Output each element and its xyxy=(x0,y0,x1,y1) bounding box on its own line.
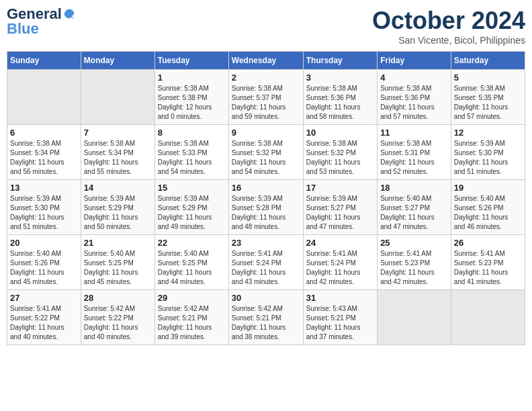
week-row-3: 13Sunrise: 5:39 AM Sunset: 5:30 PM Dayli… xyxy=(7,180,525,235)
day-number: 31 xyxy=(306,293,374,303)
day-info: Sunrise: 5:42 AM Sunset: 5:22 PM Dayligh… xyxy=(84,304,152,342)
calendar-cell: 6Sunrise: 5:38 AM Sunset: 5:34 PM Daylig… xyxy=(7,125,81,180)
day-number: 16 xyxy=(232,183,300,193)
day-info: Sunrise: 5:38 AM Sunset: 5:36 PM Dayligh… xyxy=(306,84,374,122)
day-info: Sunrise: 5:40 AM Sunset: 5:25 PM Dayligh… xyxy=(84,249,152,287)
day-info: Sunrise: 5:38 AM Sunset: 5:34 PM Dayligh… xyxy=(10,139,78,177)
day-number: 8 xyxy=(158,128,226,138)
day-number: 7 xyxy=(84,128,152,138)
calendar-cell: 7Sunrise: 5:38 AM Sunset: 5:34 PM Daylig… xyxy=(81,125,154,180)
logo-text-general: General xyxy=(7,7,62,21)
day-info: Sunrise: 5:41 AM Sunset: 5:22 PM Dayligh… xyxy=(10,304,78,342)
calendar-cell: 18Sunrise: 5:40 AM Sunset: 5:27 PM Dayli… xyxy=(378,180,451,235)
day-info: Sunrise: 5:39 AM Sunset: 5:29 PM Dayligh… xyxy=(158,194,226,232)
day-number: 27 xyxy=(10,293,78,303)
calendar-cell: 3Sunrise: 5:38 AM Sunset: 5:36 PM Daylig… xyxy=(303,70,377,125)
calendar-cell: 16Sunrise: 5:39 AM Sunset: 5:28 PM Dayli… xyxy=(228,180,303,235)
day-info: Sunrise: 5:38 AM Sunset: 5:33 PM Dayligh… xyxy=(158,139,226,177)
day-info: Sunrise: 5:38 AM Sunset: 5:32 PM Dayligh… xyxy=(232,139,300,177)
logo: General Blue xyxy=(7,7,75,36)
day-info: Sunrise: 5:39 AM Sunset: 5:30 PM Dayligh… xyxy=(10,194,78,232)
day-number: 20 xyxy=(10,238,78,248)
calendar-cell xyxy=(378,290,451,345)
weekday-header-tuesday: Tuesday xyxy=(154,52,228,70)
calendar-cell: 30Sunrise: 5:42 AM Sunset: 5:21 PM Dayli… xyxy=(228,290,303,345)
day-info: Sunrise: 5:41 AM Sunset: 5:23 PM Dayligh… xyxy=(380,249,448,287)
day-info: Sunrise: 5:40 AM Sunset: 5:26 PM Dayligh… xyxy=(454,194,522,232)
calendar-cell: 5Sunrise: 5:38 AM Sunset: 5:35 PM Daylig… xyxy=(451,70,525,125)
day-info: Sunrise: 5:39 AM Sunset: 5:27 PM Dayligh… xyxy=(306,194,374,232)
day-info: Sunrise: 5:38 AM Sunset: 5:34 PM Dayligh… xyxy=(84,139,152,177)
day-number: 26 xyxy=(454,238,522,248)
calendar-cell: 20Sunrise: 5:40 AM Sunset: 5:26 PM Dayli… xyxy=(7,235,81,290)
calendar-cell: 8Sunrise: 5:38 AM Sunset: 5:33 PM Daylig… xyxy=(154,125,228,180)
day-number: 18 xyxy=(380,183,448,193)
location-subtitle: San Vicente, Bicol, Philippines xyxy=(372,35,525,46)
calendar-cell: 23Sunrise: 5:41 AM Sunset: 5:24 PM Dayli… xyxy=(228,235,303,290)
calendar-cell xyxy=(451,290,525,345)
logo-text-blue: Blue xyxy=(7,21,75,36)
calendar-cell: 17Sunrise: 5:39 AM Sunset: 5:27 PM Dayli… xyxy=(303,180,377,235)
logo-bird-icon xyxy=(63,8,75,20)
calendar-cell: 9Sunrise: 5:38 AM Sunset: 5:32 PM Daylig… xyxy=(228,125,303,180)
calendar-cell xyxy=(81,70,154,125)
day-info: Sunrise: 5:41 AM Sunset: 5:24 PM Dayligh… xyxy=(306,249,374,287)
weekday-header-wednesday: Wednesday xyxy=(228,52,303,70)
week-row-4: 20Sunrise: 5:40 AM Sunset: 5:26 PM Dayli… xyxy=(7,235,525,290)
day-number: 6 xyxy=(10,128,78,138)
day-number: 24 xyxy=(306,238,374,248)
calendar-cell: 2Sunrise: 5:38 AM Sunset: 5:37 PM Daylig… xyxy=(228,70,303,125)
day-number: 21 xyxy=(84,238,152,248)
calendar-cell: 31Sunrise: 5:43 AM Sunset: 5:21 PM Dayli… xyxy=(303,290,377,345)
calendar-cell: 4Sunrise: 5:38 AM Sunset: 5:36 PM Daylig… xyxy=(378,70,451,125)
calendar-cell: 13Sunrise: 5:39 AM Sunset: 5:30 PM Dayli… xyxy=(7,180,81,235)
calendar-cell: 19Sunrise: 5:40 AM Sunset: 5:26 PM Dayli… xyxy=(451,180,525,235)
title-area: October 2024 San Vicente, Bicol, Philipp… xyxy=(372,7,525,46)
calendar-cell: 29Sunrise: 5:42 AM Sunset: 5:21 PM Dayli… xyxy=(154,290,228,345)
calendar-cell: 26Sunrise: 5:41 AM Sunset: 5:23 PM Dayli… xyxy=(451,235,525,290)
day-number: 9 xyxy=(232,128,300,138)
day-info: Sunrise: 5:38 AM Sunset: 5:35 PM Dayligh… xyxy=(454,84,522,122)
calendar-table: SundayMondayTuesdayWednesdayThursdayFrid… xyxy=(7,51,525,345)
day-info: Sunrise: 5:38 AM Sunset: 5:36 PM Dayligh… xyxy=(380,84,448,122)
calendar-cell: 1Sunrise: 5:38 AM Sunset: 5:38 PM Daylig… xyxy=(154,70,228,125)
day-info: Sunrise: 5:40 AM Sunset: 5:27 PM Dayligh… xyxy=(380,194,448,232)
day-info: Sunrise: 5:42 AM Sunset: 5:21 PM Dayligh… xyxy=(232,304,300,342)
calendar-cell: 12Sunrise: 5:39 AM Sunset: 5:30 PM Dayli… xyxy=(451,125,525,180)
day-number: 1 xyxy=(158,73,226,83)
weekday-header-thursday: Thursday xyxy=(303,52,377,70)
day-number: 3 xyxy=(306,73,374,83)
calendar-cell: 10Sunrise: 5:38 AM Sunset: 5:32 PM Dayli… xyxy=(303,125,377,180)
day-number: 30 xyxy=(232,293,300,303)
calendar-cell: 27Sunrise: 5:41 AM Sunset: 5:22 PM Dayli… xyxy=(7,290,81,345)
day-info: Sunrise: 5:43 AM Sunset: 5:21 PM Dayligh… xyxy=(306,304,374,342)
day-number: 13 xyxy=(10,183,78,193)
day-number: 2 xyxy=(232,73,300,83)
day-info: Sunrise: 5:38 AM Sunset: 5:32 PM Dayligh… xyxy=(306,139,374,177)
calendar-cell: 15Sunrise: 5:39 AM Sunset: 5:29 PM Dayli… xyxy=(154,180,228,235)
calendar-cell: 11Sunrise: 5:38 AM Sunset: 5:31 PM Dayli… xyxy=(378,125,451,180)
month-title: October 2024 xyxy=(372,7,525,35)
day-number: 15 xyxy=(158,183,226,193)
day-info: Sunrise: 5:41 AM Sunset: 5:23 PM Dayligh… xyxy=(454,249,522,287)
day-number: 4 xyxy=(380,73,448,83)
calendar-cell: 14Sunrise: 5:39 AM Sunset: 5:29 PM Dayli… xyxy=(81,180,154,235)
day-info: Sunrise: 5:41 AM Sunset: 5:24 PM Dayligh… xyxy=(232,249,300,287)
day-number: 12 xyxy=(454,128,522,138)
day-number: 17 xyxy=(306,183,374,193)
day-number: 19 xyxy=(454,183,522,193)
day-number: 29 xyxy=(158,293,226,303)
calendar-cell: 28Sunrise: 5:42 AM Sunset: 5:22 PM Dayli… xyxy=(81,290,154,345)
weekday-header-friday: Friday xyxy=(378,52,451,70)
day-info: Sunrise: 5:38 AM Sunset: 5:31 PM Dayligh… xyxy=(380,139,448,177)
day-info: Sunrise: 5:42 AM Sunset: 5:21 PM Dayligh… xyxy=(158,304,226,342)
calendar-cell: 24Sunrise: 5:41 AM Sunset: 5:24 PM Dayli… xyxy=(303,235,377,290)
weekday-header-saturday: Saturday xyxy=(451,52,525,70)
week-row-1: 1Sunrise: 5:38 AM Sunset: 5:38 PM Daylig… xyxy=(7,70,525,125)
week-row-2: 6Sunrise: 5:38 AM Sunset: 5:34 PM Daylig… xyxy=(7,125,525,180)
day-info: Sunrise: 5:40 AM Sunset: 5:25 PM Dayligh… xyxy=(158,249,226,287)
day-info: Sunrise: 5:38 AM Sunset: 5:38 PM Dayligh… xyxy=(158,84,226,122)
page-header: General Blue October 2024 San Vicente, B… xyxy=(7,7,525,46)
weekday-header-monday: Monday xyxy=(81,52,154,70)
calendar-cell: 21Sunrise: 5:40 AM Sunset: 5:25 PM Dayli… xyxy=(81,235,154,290)
